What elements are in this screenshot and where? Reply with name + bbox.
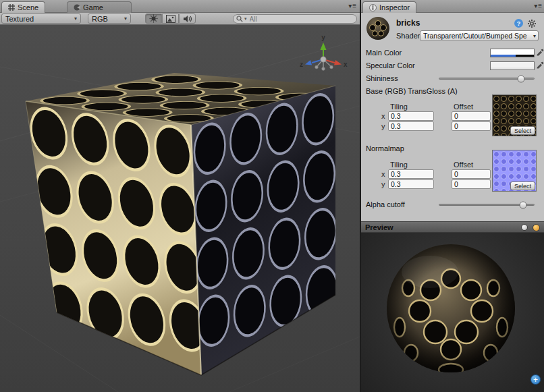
normal-offset-y-field[interactable] bbox=[452, 179, 491, 189]
gizmo-negative-axis[interactable] bbox=[330, 65, 333, 69]
preview-lighting-icon[interactable] bbox=[533, 224, 540, 231]
normal-tiling-header: Tiling bbox=[390, 161, 408, 169]
preview-title: Preview bbox=[365, 223, 393, 231]
scene-panel-menu-icon[interactable]: ▾≡ bbox=[348, 2, 357, 9]
scene-audio-toggle[interactable] bbox=[179, 13, 196, 24]
shader-value: Transparent/Cutout/Bumped Spe bbox=[423, 32, 527, 40]
gear-icon[interactable] bbox=[527, 19, 537, 28]
base-texture-thumbnail[interactable]: Select bbox=[492, 94, 537, 136]
material-preview-thumbnail[interactable] bbox=[365, 16, 391, 41]
gizmo-negative-axis[interactable] bbox=[315, 65, 319, 69]
add-button[interactable]: + bbox=[531, 374, 541, 385]
tab-inspector-label: Inspector bbox=[379, 3, 410, 11]
base-texture-select-button[interactable]: Select bbox=[510, 126, 535, 135]
normalmap-select-button[interactable]: Select bbox=[510, 181, 535, 190]
image-icon bbox=[166, 15, 175, 23]
unity-editor-window: Scene Game ▾≡ Textured ▾ RGB ▾ bbox=[0, 0, 544, 392]
preview-sphere-render bbox=[361, 233, 544, 392]
shininess-label: Shininess bbox=[366, 74, 398, 82]
base-y-label: y bbox=[381, 122, 385, 130]
game-icon bbox=[74, 4, 80, 11]
shader-label: Shader bbox=[396, 32, 420, 40]
scene-tabbar: Scene Game ▾≡ bbox=[0, 0, 360, 13]
scene-effects-toggle[interactable] bbox=[162, 13, 179, 24]
normal-tiling-x-field[interactable] bbox=[388, 169, 434, 179]
scene-3d-render: y x z bbox=[0, 25, 360, 392]
specular-color-alpha-bar bbox=[491, 67, 534, 69]
material-preview-section: Preview bbox=[361, 221, 544, 392]
scene-toolbar: Textured ▾ RGB ▾ bbox=[0, 13, 360, 25]
base-offset-header: Offset bbox=[454, 103, 473, 111]
gizmo-y-label: y bbox=[321, 34, 325, 41]
tab-scene-label: Scene bbox=[18, 3, 38, 11]
normal-y-label: y bbox=[381, 180, 385, 188]
base-x-label: x bbox=[381, 112, 385, 120]
speaker-icon bbox=[183, 15, 192, 23]
main-color-alpha-bar bbox=[491, 55, 534, 57]
search-scope-arrow-icon[interactable]: ▾ bbox=[244, 16, 247, 22]
gizmo-z-label: z bbox=[300, 61, 303, 68]
draw-mode-value: Textured bbox=[5, 15, 34, 23]
normal-tiling-y-field[interactable] bbox=[388, 179, 434, 189]
preview-viewport[interactable]: + bbox=[361, 233, 544, 392]
base-offset-y-field[interactable] bbox=[452, 121, 491, 131]
specular-color-label: Specular Color bbox=[366, 61, 415, 69]
alpha-cutoff-label: Alpha cutoff bbox=[366, 200, 405, 208]
base-tiling-y-field[interactable] bbox=[388, 121, 434, 131]
eyedropper-icon[interactable] bbox=[536, 48, 544, 57]
inspector-panel-menu-icon[interactable]: ▾≡ bbox=[534, 2, 543, 9]
main-color-label: Main Color bbox=[366, 49, 402, 57]
material-inspector: bricks ? Shader Transparent/Cutout/Bumpe… bbox=[361, 13, 544, 221]
search-icon bbox=[236, 16, 243, 22]
gizmo-negative-axis[interactable] bbox=[322, 67, 325, 71]
color-mode-dropdown[interactable]: RGB ▾ bbox=[88, 13, 131, 24]
tab-inspector[interactable]: Inspector bbox=[362, 1, 416, 13]
normal-offset-x-field[interactable] bbox=[452, 169, 491, 179]
base-offset-x-field[interactable] bbox=[452, 111, 491, 121]
normal-offset-header: Offset bbox=[454, 161, 473, 169]
normalmap-label: Normalmap bbox=[366, 144, 404, 152]
tab-scene[interactable]: Scene bbox=[1, 1, 45, 13]
scene-viewport[interactable]: y x z bbox=[0, 25, 360, 392]
chevron-down-icon: ▾ bbox=[124, 16, 127, 22]
scene-grid-icon bbox=[8, 4, 15, 11]
help-icon[interactable]: ? bbox=[514, 19, 523, 28]
inspector-panel: Inspector ▾≡ bricks ? bbox=[360, 0, 544, 392]
material-name: bricks bbox=[396, 18, 420, 28]
base-tiling-header: Tiling bbox=[390, 103, 408, 111]
alpha-cutoff-slider[interactable] bbox=[439, 200, 535, 209]
alpha-cutoff-slider-handle[interactable] bbox=[519, 201, 526, 208]
specular-color-swatch[interactable] bbox=[490, 61, 535, 70]
chevron-down-icon: ▾ bbox=[533, 33, 536, 39]
shininess-slider-handle[interactable] bbox=[518, 75, 525, 82]
normal-x-label: x bbox=[381, 170, 385, 178]
main-color-swatch[interactable] bbox=[490, 49, 535, 57]
base-map-label: Base (RGB) TransGloss (A) bbox=[366, 87, 458, 95]
shininess-slider[interactable] bbox=[439, 74, 535, 83]
normalmap-texture-thumbnail[interactable]: Select bbox=[492, 150, 537, 192]
scene-lighting-toggle[interactable] bbox=[145, 13, 162, 24]
shader-dropdown[interactable]: Transparent/Cutout/Bumped Spe ▾ bbox=[420, 30, 539, 41]
gizmo-center[interactable] bbox=[321, 57, 326, 62]
base-tiling-x-field[interactable] bbox=[388, 111, 434, 121]
draw-mode-dropdown[interactable]: Textured ▾ bbox=[1, 13, 81, 24]
gizmo-x-label: x bbox=[344, 61, 348, 68]
preview-header[interactable]: Preview bbox=[361, 221, 544, 233]
scene-search[interactable]: ▾ bbox=[233, 14, 357, 24]
tab-game[interactable]: Game bbox=[67, 1, 132, 13]
search-input[interactable] bbox=[248, 15, 354, 24]
preview-dock-icon[interactable] bbox=[521, 224, 528, 231]
inspector-icon bbox=[369, 4, 377, 11]
eyedropper-icon[interactable] bbox=[536, 61, 544, 69]
tab-game-label: Game bbox=[83, 3, 103, 11]
inspector-tabbar: Inspector ▾≡ bbox=[361, 0, 544, 13]
chevron-down-icon: ▾ bbox=[74, 16, 77, 22]
sun-icon bbox=[149, 14, 158, 23]
color-mode-value: RGB bbox=[92, 15, 108, 23]
